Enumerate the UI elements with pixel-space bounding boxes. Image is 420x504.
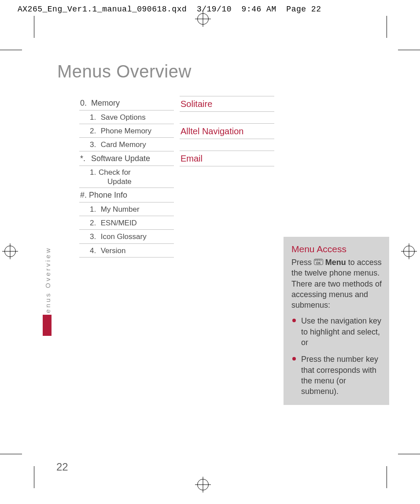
list-item: #. Phone Info <box>79 188 174 202</box>
page-number: 22 <box>56 461 68 473</box>
list-item: 4. Version <box>79 244 174 258</box>
box-intro: Press MENUOK Menu to access the twelve p… <box>291 257 383 310</box>
list-item: 1. My Number <box>79 202 174 216</box>
side-accent-block <box>43 315 52 336</box>
list-item: *. Software Update <box>79 151 174 166</box>
crop-mark-icon <box>34 16 34 38</box>
slug-page: Page 22 <box>286 5 321 14</box>
registration-mark-icon <box>197 479 209 490</box>
page-title: Menus Overview <box>57 62 192 81</box>
registration-mark-icon <box>197 13 209 25</box>
list-item: 1. Save Options <box>79 110 174 124</box>
box-menu-word: Menu <box>325 258 346 267</box>
crop-mark-icon <box>387 466 387 488</box>
slug-date: 3/19/10 <box>197 5 232 14</box>
slug-filename: AX265_Eng_Ver1.1_manual_090618.qxd <box>18 5 187 14</box>
crop-mark-icon <box>387 16 387 38</box>
section-heading: Solitaire <box>180 96 274 112</box>
slug-time: 9:46 AM <box>242 5 276 14</box>
crop-mark-icon <box>0 50 22 50</box>
registration-mark-icon <box>4 246 16 257</box>
crop-mark-icon <box>34 466 34 488</box>
section-heading: Email <box>180 151 274 166</box>
list-item: 3. Card Memory <box>79 138 174 151</box>
box-title: Menu Access <box>291 244 383 254</box>
menu-access-box: Menu Access Press MENUOK Menu to access … <box>284 237 389 405</box>
side-running-head: Menus Overview <box>44 246 52 320</box>
crop-mark-icon <box>398 454 420 454</box>
list-item: 2. ESN/MEID <box>79 216 174 230</box>
crop-mark-icon <box>398 50 420 50</box>
list-item: 0. Memory <box>79 96 174 110</box>
list-item: 1.Check forUpdate <box>79 166 174 188</box>
list-item: 3. Icon Glossary <box>79 230 174 243</box>
ok-key-icon: MENUOK <box>314 259 323 265</box>
crop-mark-icon <box>0 454 22 454</box>
registration-mark-icon <box>403 246 415 257</box>
list-item: 2. Phone Memory <box>79 124 174 138</box>
prepress-slug: AX265_Eng_Ver1.1_manual_090618.qxd 3/19/… <box>18 5 411 14</box>
menu-list-right: SolitaireAlltel NavigationEmail <box>180 96 274 178</box>
list-item: Press the number key that corresponds wi… <box>291 354 383 397</box>
list-item: Use the navigation key to highlight and … <box>291 316 383 348</box>
section-heading: Alltel Navigation <box>180 123 274 139</box>
menu-list-left: 0. Memory1. Save Options2. Phone Memory3… <box>79 96 174 258</box>
box-bullet-list: Use the navigation key to highlight and … <box>291 316 383 397</box>
